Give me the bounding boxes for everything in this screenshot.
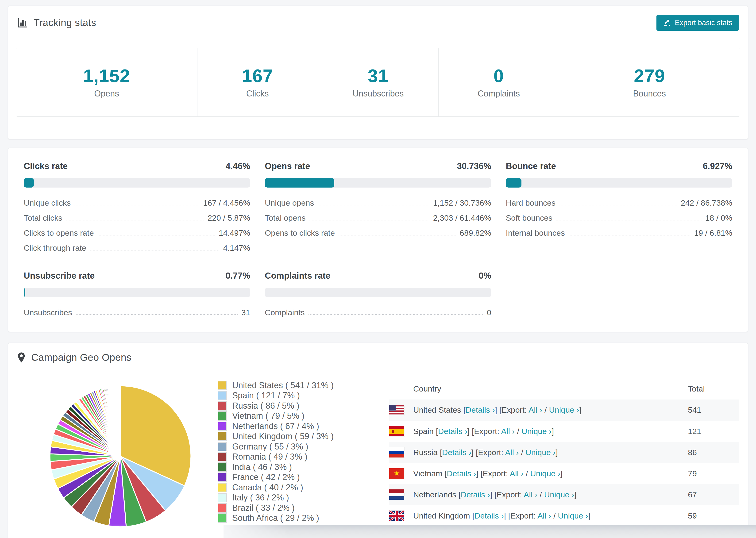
detail-label: Total opens <box>265 213 306 223</box>
rate-panel-clicks-rate: Clicks rate4.46%Unique clicks167 / 4.456… <box>24 161 250 252</box>
detail-label: Soft bounces <box>506 213 552 223</box>
export-unique-link[interactable]: Unique › <box>544 490 574 499</box>
country-cell-text: Vietnam [Details ›] [Export: All › / Uni… <box>413 469 563 478</box>
detail-value: 19 / 6.81% <box>694 228 732 238</box>
export-icon <box>663 19 671 27</box>
export-unique-link[interactable]: Unique › <box>549 405 579 414</box>
export-unique-link[interactable]: Unique › <box>525 448 556 457</box>
detail-label: Total clicks <box>24 213 62 223</box>
legend-item-south-africa: South Africa ( 29 / 2% ) <box>218 513 334 523</box>
detail-label: Click through rate <box>24 243 86 252</box>
export-unique-link[interactable]: Unique › <box>558 511 588 520</box>
legend-swatch <box>218 452 227 461</box>
total-value: 541 <box>688 400 739 421</box>
dotted-leader <box>556 220 702 220</box>
total-value: 79 <box>688 463 739 484</box>
legend-item-india: India ( 46 / 3% ) <box>218 462 334 472</box>
total-value: 59 <box>688 505 739 526</box>
total-value: 67 <box>688 484 739 505</box>
rate-detail-row: Unsubscribes31 <box>24 308 250 317</box>
export-all-link[interactable]: All › <box>510 469 523 478</box>
details-link[interactable]: Details › <box>465 405 495 414</box>
stats-summary-group: 1,152Opens167Clicks31Unsubscribes0Compla… <box>16 48 740 117</box>
geo-title: Campaign Geo Opens <box>31 352 132 363</box>
total-column-header: Total <box>688 378 739 400</box>
legend-label: India ( 46 / 3% ) <box>232 462 292 472</box>
rate-percent: 6.927% <box>703 161 732 171</box>
legend-item-russia: Russia ( 86 / 5% ) <box>218 401 334 411</box>
rate-detail-row: Hard bounces242 / 86.738% <box>506 198 732 207</box>
export-unique-link[interactable]: Unique › <box>521 427 552 436</box>
rate-detail-row: Unique opens1,152 / 30.736% <box>265 198 491 207</box>
rates-card: Clicks rate4.46%Unique clicks167 / 4.456… <box>8 148 748 332</box>
legend-label: Russia ( 86 / 5% ) <box>232 401 299 411</box>
legend-swatch <box>218 381 227 390</box>
map-pin-icon <box>17 352 26 363</box>
rate-panel-complaints-rate: Complaints rate0%Complaints0 <box>265 271 491 317</box>
dotted-leader <box>559 205 677 205</box>
pie-slice-other[interactable] <box>120 386 121 456</box>
export-all-link[interactable]: All › <box>537 511 551 520</box>
stat-card-bounces: 279Bounces <box>559 48 740 116</box>
stat-value: 1,152 <box>16 67 197 85</box>
legend-item-france: France ( 42 / 2% ) <box>218 472 334 483</box>
bottom-scroll-strip[interactable] <box>224 525 756 538</box>
legend-item-netherlands: Netherlands ( 67 / 4% ) <box>218 421 334 431</box>
legend-item-vietnam: Vietnam ( 79 / 5% ) <box>218 411 334 421</box>
details-link[interactable]: Details › <box>442 448 471 457</box>
page-title: Tracking stats <box>33 17 96 28</box>
legend-swatch <box>218 483 227 492</box>
country-name: Spain <box>413 427 436 436</box>
details-link[interactable]: Details › <box>460 490 490 499</box>
bar-chart-icon <box>17 17 28 28</box>
progress-bar <box>265 288 491 297</box>
details-link[interactable]: Details › <box>447 469 476 478</box>
export-unique-link[interactable]: Unique › <box>530 469 561 478</box>
export-all-link[interactable]: All › <box>505 448 519 457</box>
ru-flag-icon <box>389 447 404 457</box>
export-all-link[interactable]: All › <box>501 427 515 436</box>
campaign-geo-opens-card: Campaign Geo Opens United States ( 541 /… <box>8 343 748 538</box>
rate-detail-row: Unique clicks167 / 4.456% <box>24 198 250 207</box>
rate-percent: 0% <box>479 271 491 281</box>
country-cell-text: Netherlands [Details ›] [Export: All › /… <box>413 490 576 499</box>
progress-fill <box>24 178 34 188</box>
progress-bar <box>265 178 491 188</box>
rates-row-top: Clicks rate4.46%Unique clicks167 / 4.456… <box>24 161 732 252</box>
dotted-leader <box>98 235 215 236</box>
stat-label: Unsubscribes <box>318 89 438 99</box>
rate-detail-row: Internal bounces19 / 6.81% <box>506 228 732 238</box>
rates-row-bottom: Unsubscribe rate0.77%Unsubscribes31Compl… <box>24 271 732 317</box>
legend-swatch <box>218 411 227 421</box>
tracking-stats-header: Tracking stats Export basic stats <box>8 6 748 40</box>
country-name: United States <box>413 405 463 414</box>
export-all-link[interactable]: All › <box>524 490 538 499</box>
geo-body: United States ( 541 / 31% )Spain ( 121 /… <box>8 372 748 538</box>
dotted-leader <box>66 220 204 220</box>
rate-detail-row: Opens to clicks rate689.82% <box>265 228 491 238</box>
details-link[interactable]: Details › <box>438 427 467 436</box>
country-name: Vietnam <box>413 469 445 478</box>
stat-card-complaints: 0Complaints <box>438 48 559 116</box>
legend-swatch <box>218 462 227 472</box>
legend-label: Romania ( 49 / 3% ) <box>232 452 307 462</box>
legend-swatch <box>218 401 227 410</box>
legend-item-united-kingdom: United Kingdom ( 59 / 3% ) <box>218 431 334 442</box>
rate-title: Unsubscribe rate <box>24 271 95 281</box>
stat-card-unsubscribes: 31Unsubscribes <box>318 48 438 116</box>
legend-swatch <box>218 472 227 482</box>
progress-bar <box>24 178 250 188</box>
legend-label: Germany ( 55 / 3% ) <box>232 442 308 452</box>
export-basic-stats-button[interactable]: Export basic stats <box>657 15 739 31</box>
detail-value: 1,152 / 30.736% <box>433 198 491 207</box>
rate-detail-row: Total opens2,303 / 61.446% <box>265 213 491 223</box>
detail-label: Unique opens <box>265 198 314 207</box>
details-link[interactable]: Details › <box>474 511 504 520</box>
detail-label: Unsubscribes <box>24 308 72 317</box>
detail-value: 2,303 / 61.446% <box>433 213 491 223</box>
export-all-link[interactable]: All › <box>528 405 542 414</box>
rate-detail-row: Soft bounces18 / 0% <box>506 213 732 223</box>
geo-pie-chart <box>47 383 194 529</box>
page: Tracking stats Export basic stats 1,152O… <box>0 0 756 538</box>
stat-value: 31 <box>318 67 438 85</box>
